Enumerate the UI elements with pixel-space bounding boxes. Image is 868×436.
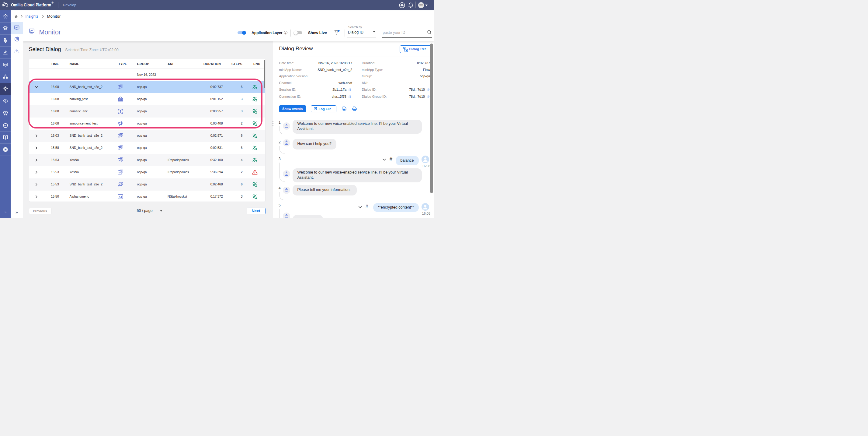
svg-text:JSON: JSON bbox=[342, 109, 346, 111]
svg-text:RTF: RTF bbox=[353, 109, 356, 111]
